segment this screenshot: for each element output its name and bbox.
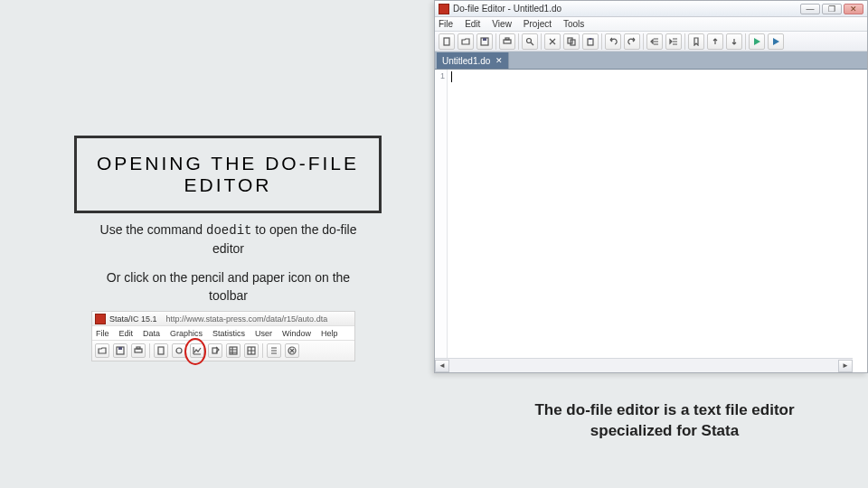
print-icon[interactable] <box>499 33 515 50</box>
svg-rect-14 <box>505 38 509 40</box>
dofile-body: 1 <box>435 70 867 372</box>
variables-icon[interactable] <box>267 343 281 358</box>
do-file-editor-icon[interactable] <box>208 343 222 358</box>
svg-rect-12 <box>483 38 486 41</box>
instruction1-code: doedit <box>206 223 251 238</box>
instruction2-text: Or click on the pencil and paper icon on… <box>107 270 350 303</box>
dofile-tab-label: Untitled1.do <box>442 56 490 66</box>
menu-window[interactable]: Window <box>282 329 311 338</box>
window-close-button[interactable]: ✕ <box>844 4 863 14</box>
menu-edit[interactable]: Edit <box>119 329 134 338</box>
svg-rect-10 <box>444 38 449 45</box>
svg-rect-7 <box>230 347 237 354</box>
stata-logo-icon <box>95 314 106 324</box>
menu-statistics[interactable]: Statistics <box>212 329 245 338</box>
caption-text: The do-file editor is a text file editor… <box>534 401 794 439</box>
dofile-editor-window: Do-file Editor - Untitled1.do — ❐ ✕ File… <box>434 0 868 373</box>
dofile-tab[interactable]: Untitled1.do ✕ <box>437 52 509 69</box>
paste-icon[interactable] <box>582 33 599 50</box>
svg-rect-3 <box>137 347 140 349</box>
redo-icon[interactable] <box>624 33 640 50</box>
toolbar-separator <box>643 33 644 50</box>
bookmark-icon[interactable] <box>688 33 704 50</box>
slide-title: OPENING THE DO-FILE EDITOR <box>97 153 359 195</box>
dofile-titlebar: Do-file Editor - Untitled1.do — ❐ ✕ <box>435 1 867 17</box>
toolbar-separator <box>518 33 519 50</box>
svg-point-5 <box>176 348 182 353</box>
toolbar-separator <box>684 33 685 50</box>
text-caret <box>451 71 452 82</box>
minimize-icon: — <box>807 5 815 14</box>
svg-rect-18 <box>588 39 593 45</box>
execute-do-icon[interactable] <box>749 33 765 50</box>
dofile-tabstrip: Untitled1.do ✕ <box>435 52 867 70</box>
toolbar-separator <box>745 33 746 50</box>
stata-app-title: Stata/IC 15.1 <box>109 314 157 324</box>
cut-icon[interactable] <box>544 33 561 50</box>
menu-data[interactable]: Data <box>143 329 160 338</box>
menu-file[interactable]: File <box>96 329 109 338</box>
new-icon[interactable] <box>439 33 455 50</box>
dofile-menubar: File Edit View Project Tools <box>435 17 867 32</box>
viewer-icon[interactable] <box>172 343 186 358</box>
save-icon[interactable] <box>113 343 127 358</box>
instruction-use-command: Use the command doedit to open the do-fi… <box>86 221 371 258</box>
dofile-window-title: Do-file Editor - Untitled1.do <box>453 4 561 14</box>
dofile-logo-icon <box>439 4 449 14</box>
menu-edit[interactable]: Edit <box>465 19 480 29</box>
toolbar-separator <box>601 33 602 50</box>
log-icon[interactable] <box>154 343 168 358</box>
svg-point-15 <box>527 38 532 42</box>
open-icon[interactable] <box>95 343 109 358</box>
toolbar-separator <box>149 343 150 358</box>
slide-title-box: OPENING THE DO-FILE EDITOR <box>74 136 382 213</box>
dofile-line-gutter: 1 <box>435 70 448 372</box>
close-icon: ✕ <box>850 5 857 14</box>
bookmark-next-icon[interactable] <box>726 33 742 50</box>
bookmark-prev-icon[interactable] <box>707 33 723 50</box>
svg-rect-2 <box>135 349 142 352</box>
menu-help[interactable]: Help <box>321 329 338 338</box>
copy-icon[interactable] <box>563 33 580 50</box>
outdent-icon[interactable] <box>665 33 682 50</box>
execute-run-icon[interactable] <box>768 33 784 50</box>
data-editor-icon[interactable] <box>226 343 241 358</box>
graph-icon[interactable] <box>190 343 204 358</box>
scroll-left-arrow-icon[interactable]: ◄ <box>435 360 449 372</box>
menu-tools[interactable]: Tools <box>563 19 584 29</box>
horizontal-scrollbar[interactable]: ◄ ► <box>435 358 853 372</box>
indent-icon[interactable] <box>646 33 663 50</box>
window-minimize-button[interactable]: — <box>800 4 820 14</box>
find-icon[interactable] <box>522 33 538 50</box>
menu-view[interactable]: View <box>492 19 512 29</box>
line-number-1: 1 <box>435 71 445 80</box>
open-icon[interactable] <box>458 33 474 50</box>
stata-url-text: http://www.stata-press.com/data/r15/auto… <box>166 314 328 324</box>
scroll-right-arrow-icon[interactable]: ► <box>838 360 853 372</box>
stata-main-titlebar: Stata/IC 15.1 http://www.stata-press.com… <box>92 312 354 326</box>
menu-graphics[interactable]: Graphics <box>170 329 203 338</box>
instruction-click-icon: Or click on the pencil and paper icon on… <box>86 269 371 305</box>
menu-user[interactable]: User <box>255 329 272 338</box>
toolbar-separator <box>541 33 542 50</box>
stata-main-toolbar <box>92 341 354 361</box>
undo-icon[interactable] <box>605 33 621 50</box>
data-browser-icon[interactable] <box>244 343 259 358</box>
print-icon[interactable] <box>131 343 146 358</box>
dofile-text-editor[interactable] <box>448 70 867 372</box>
scroll-track[interactable] <box>449 360 838 372</box>
menu-file[interactable]: File <box>439 19 453 29</box>
window-maximize-button[interactable]: ❐ <box>822 4 842 14</box>
bottom-caption: The do-file editor is a text file editor… <box>506 400 823 442</box>
svg-rect-19 <box>590 38 592 40</box>
save-icon[interactable] <box>476 33 493 50</box>
toolbar-separator <box>495 33 496 50</box>
instruction1-pre: Use the command <box>100 222 207 237</box>
dofile-tab-close-icon[interactable]: ✕ <box>495 56 503 65</box>
break-icon[interactable] <box>285 343 299 358</box>
menu-project[interactable]: Project <box>524 19 552 29</box>
stata-main-menubar: File Edit Data Graphics Statistics User … <box>92 326 354 341</box>
toolbar-separator <box>262 343 263 358</box>
stata-main-screenshot: Stata/IC 15.1 http://www.stata-press.com… <box>91 311 355 361</box>
svg-rect-1 <box>118 347 122 350</box>
